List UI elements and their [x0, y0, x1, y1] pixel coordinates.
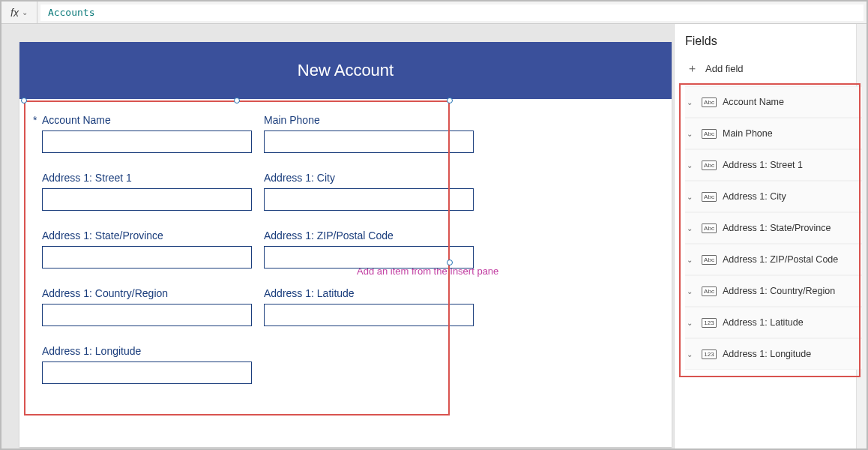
text-type-badge-icon: Abc — [702, 255, 717, 265]
formula-bar: fx ⌄ Accounts — [1, 2, 867, 24]
field-item-latitude[interactable]: ⌄ 123 Address 1: Latitude — [685, 307, 862, 338]
postal-input[interactable] — [264, 246, 474, 268]
chevron-down-icon: ⌄ — [687, 130, 696, 138]
text-type-badge-icon: Abc — [702, 160, 717, 170]
fields-list: ⌄ Abc Account Name ⌄ Abc Main Phone ⌄ Ab… — [685, 86, 862, 370]
street1-input[interactable] — [42, 188, 252, 211]
form-field-postal[interactable]: Address 1: ZIP/Postal Code — [264, 230, 474, 268]
field-item-longitude[interactable]: ⌄ 123 Address 1: Longitude — [685, 338, 862, 370]
add-field-button[interactable]: ＋ Add field — [685, 62, 862, 76]
form-field-latitude[interactable]: Address 1: Latitude — [264, 287, 474, 326]
form-field-main-phone[interactable]: Main Phone — [264, 114, 474, 153]
fx-label: fx — [10, 7, 19, 19]
fields-panel-title: Fields — [685, 34, 862, 48]
chevron-down-icon: ⌄ — [22, 8, 28, 16]
field-label: Address 1: City — [264, 172, 474, 184]
field-item-city[interactable]: ⌄ Abc Address 1: City — [685, 181, 862, 212]
form-field-country[interactable]: Address 1: Country/Region — [42, 287, 252, 326]
form-field-city[interactable]: Address 1: City — [264, 172, 474, 211]
text-type-badge-icon: Abc — [702, 98, 717, 107]
country-input[interactable] — [42, 304, 252, 326]
form-field-longitude[interactable]: Address 1: Longitude — [42, 345, 252, 384]
field-item-account-name[interactable]: ⌄ Abc Account Name — [685, 86, 862, 118]
chevron-down-icon: ⌄ — [687, 98, 696, 106]
required-asterisk-icon: * — [33, 114, 39, 126]
form-field-street1[interactable]: Address 1: Street 1 — [42, 172, 252, 211]
main-area: New Account Add an item from the Insert … — [1, 24, 867, 448]
fields-panel: Fields ＋ Add field ⌄ Abc Account Name ⌄ … — [674, 24, 867, 448]
field-item-street1[interactable]: ⌄ Abc Address 1: Street 1 — [685, 149, 862, 181]
field-item-label: Address 1: State/Province — [723, 223, 831, 233]
canvas-region: New Account Add an item from the Insert … — [1, 24, 674, 448]
state-input[interactable] — [42, 246, 252, 268]
field-label: Address 1: Country/Region — [42, 287, 252, 299]
field-item-label: Address 1: Street 1 — [723, 160, 803, 170]
field-label: Address 1: Latitude — [264, 287, 474, 299]
main-phone-input[interactable] — [264, 130, 474, 153]
number-type-badge-icon: 123 — [702, 318, 717, 328]
field-label: Address 1: Street 1 — [42, 172, 252, 184]
field-item-label: Address 1: City — [723, 191, 786, 202]
chevron-down-icon: ⌄ — [687, 193, 696, 201]
field-label: * Account Name — [42, 114, 252, 126]
field-item-label: Account Name — [723, 97, 784, 107]
text-type-badge-icon: Abc — [702, 286, 717, 296]
field-label: Address 1: State/Province — [42, 230, 252, 242]
account-name-input[interactable] — [42, 130, 252, 153]
text-type-badge-icon: Abc — [702, 192, 717, 202]
latitude-input[interactable] — [264, 304, 474, 326]
field-label: Address 1: ZIP/Postal Code — [264, 230, 474, 242]
form-grid: * Account Name Main Phone Address 1: Str… — [30, 110, 661, 388]
text-type-badge-icon: Abc — [702, 129, 717, 139]
field-label: Main Phone — [264, 114, 474, 126]
form-body[interactable]: Add an item from the Insert pane * Accou… — [19, 99, 672, 399]
fx-selector[interactable]: fx ⌄ — [1, 2, 37, 23]
formula-input[interactable]: Accounts — [40, 4, 864, 21]
field-item-label: Address 1: Latitude — [723, 317, 804, 328]
chevron-down-icon: ⌄ — [687, 287, 696, 296]
chevron-down-icon: ⌄ — [687, 224, 696, 232]
longitude-input[interactable] — [42, 362, 252, 384]
number-type-badge-icon: 123 — [702, 350, 717, 359]
screen-card: New Account Add an item from the Insert … — [19, 42, 672, 447]
chevron-down-icon: ⌄ — [687, 256, 696, 264]
add-field-label: Add field — [705, 63, 744, 74]
form-field-state[interactable]: Address 1: State/Province — [42, 230, 252, 268]
form-header-title: New Account — [19, 42, 672, 99]
chevron-down-icon: ⌄ — [687, 350, 696, 358]
field-item-country[interactable]: ⌄ Abc Address 1: Country/Region — [685, 275, 862, 307]
field-item-label: Main Phone — [723, 128, 773, 139]
field-item-postal[interactable]: ⌄ Abc Address 1: ZIP/Postal Code — [685, 244, 862, 275]
plus-icon: ＋ — [687, 62, 698, 76]
city-input[interactable] — [264, 188, 474, 211]
chevron-down-icon: ⌄ — [687, 319, 696, 327]
field-item-main-phone[interactable]: ⌄ Abc Main Phone — [685, 118, 862, 149]
chevron-down-icon: ⌄ — [687, 161, 696, 170]
field-item-state[interactable]: ⌄ Abc Address 1: State/Province — [685, 212, 862, 244]
field-item-label: Address 1: Country/Region — [723, 286, 835, 296]
field-label: Address 1: Longitude — [42, 345, 252, 357]
form-field-account-name[interactable]: * Account Name — [42, 114, 252, 153]
field-item-label: Address 1: ZIP/Postal Code — [723, 254, 838, 265]
field-item-label: Address 1: Longitude — [723, 349, 811, 359]
text-type-badge-icon: Abc — [702, 224, 717, 233]
